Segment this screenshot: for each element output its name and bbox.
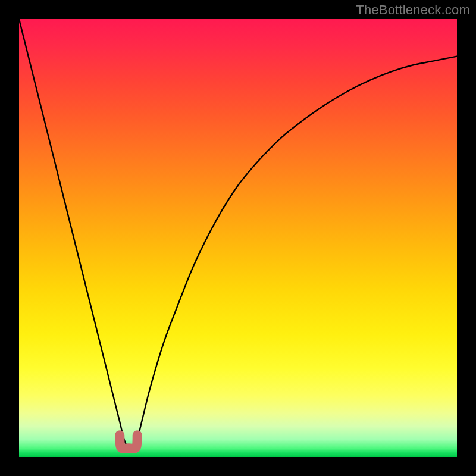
bottleneck-curve-path xyxy=(19,19,457,449)
watermark-text: TheBottleneck.com xyxy=(356,2,470,18)
curve-layer xyxy=(19,19,457,457)
chart-frame: TheBottleneck.com xyxy=(0,0,476,476)
minimum-marker xyxy=(120,435,137,449)
plot-area xyxy=(19,19,457,457)
